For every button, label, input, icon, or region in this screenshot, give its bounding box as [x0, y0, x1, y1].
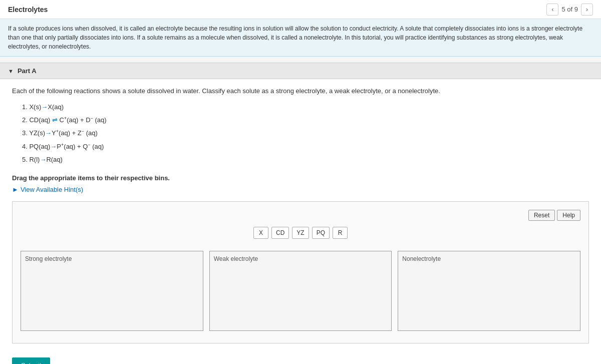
reaction-5: 5. R(l)→R(aq) — [22, 153, 589, 166]
reaction-3: 3. YZ(s)→Y+(aq) + Z− (aq) — [22, 127, 589, 140]
weak-electrolyte-bin[interactable]: Weak electrolyte — [209, 251, 392, 331]
draggable-item-x[interactable]: X — [253, 227, 268, 239]
reaction-4: 4. PQ(aq)→P+(aq) + Q− (aq) — [22, 140, 589, 153]
content-area: Each of the following reactions shows a … — [0, 79, 601, 351]
nonelectrolyte-bin[interactable]: Nonelectrolyte — [398, 251, 580, 331]
part-header: ▼ Part A — [0, 63, 601, 79]
submit-area: Submit — [0, 351, 601, 364]
reaction-1: 1. X(s)→X(aq) — [22, 101, 589, 114]
submit-button[interactable]: Submit — [12, 357, 50, 364]
info-banner-text: If a solute produces ions when dissolved… — [8, 25, 582, 50]
nonelectrolyte-label: Nonelectrolyte — [402, 255, 576, 262]
part-label: Part A — [18, 67, 37, 75]
draggable-item-r[interactable]: R — [333, 227, 348, 239]
weak-electrolyte-label: Weak electrolyte — [214, 255, 388, 262]
info-banner: If a solute produces ions when dissolved… — [0, 19, 601, 57]
controls-row: Reset Help — [21, 210, 580, 221]
reactions-list: 1. X(s)→X(aq) 2. CD(aq) ⇌ C+(aq) + D− (a… — [22, 101, 589, 166]
pagination-text: 5 of 9 — [561, 6, 578, 13]
page-title: Electrolytes — [8, 6, 48, 14]
pagination: ‹ 5 of 9 › — [546, 4, 593, 16]
next-page-button[interactable]: › — [581, 4, 593, 16]
reaction-2: 2. CD(aq) ⇌ C+(aq) + D− (aq) — [22, 114, 589, 127]
strong-electrolyte-bin[interactable]: Strong electrolyte — [21, 251, 203, 331]
hint-label: View Available Hint(s) — [21, 186, 83, 193]
reset-button[interactable]: Reset — [528, 210, 555, 221]
drag-drop-container: Reset Help X CD YZ PQ R Strong electroly… — [12, 201, 589, 343]
draggable-item-yz[interactable]: YZ — [292, 227, 309, 239]
bins-row: Strong electrolyte Weak electrolyte None… — [21, 251, 580, 331]
part-collapse-arrow[interactable]: ▼ — [8, 68, 14, 74]
top-bar: Electrolytes ‹ 5 of 9 › — [0, 0, 601, 19]
question-text: Each of the following reactions shows a … — [12, 87, 589, 95]
draggable-item-pq[interactable]: PQ — [312, 227, 330, 239]
hint-link[interactable]: ► View Available Hint(s) — [12, 186, 589, 193]
help-button[interactable]: Help — [557, 210, 580, 221]
drag-instruction: Drag the appropriate items to their resp… — [12, 174, 589, 182]
draggable-items-area: X CD YZ PQ R — [21, 227, 580, 239]
draggable-item-cd[interactable]: CD — [271, 227, 289, 239]
hint-arrow-icon: ► — [12, 186, 19, 193]
prev-page-button[interactable]: ‹ — [546, 4, 558, 16]
strong-electrolyte-label: Strong electrolyte — [25, 255, 199, 262]
